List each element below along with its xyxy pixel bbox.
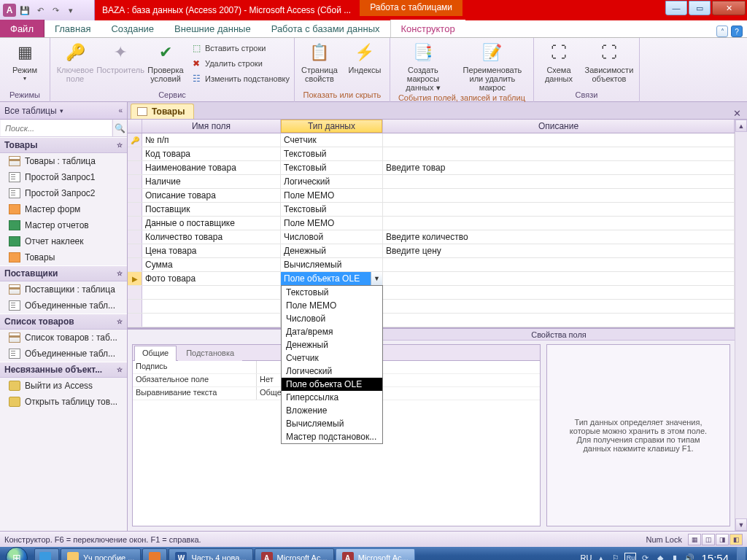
- taskbar-clock[interactable]: 15:54: [698, 552, 733, 561]
- cell-description[interactable]: [383, 272, 735, 285]
- grid-row[interactable]: ПоставщикТекстовый: [128, 203, 735, 217]
- grid-row-empty[interactable]: [128, 300, 735, 314]
- maximize-button[interactable]: ▭: [689, 1, 711, 15]
- grid-row[interactable]: Описание товараПоле МЕМО: [128, 189, 735, 203]
- dropdown-option[interactable]: Поле объекта OLE: [282, 378, 382, 391]
- property-sheet-button[interactable]: 📋Страница свойств: [299, 39, 340, 83]
- nav-item[interactable]: Объединенные табл...: [0, 346, 127, 362]
- relationships-button[interactable]: ⛶Схема данных: [538, 39, 579, 83]
- qat-customize-icon[interactable]: ▾: [64, 4, 77, 17]
- cell-description[interactable]: [383, 203, 735, 216]
- nav-item[interactable]: Мастер отчетов: [0, 217, 127, 233]
- pivot-view-icon[interactable]: ◫: [702, 534, 715, 545]
- design-view-icon[interactable]: ◧: [729, 534, 743, 545]
- col-header-data-type[interactable]: Тип данных: [281, 120, 383, 133]
- row-selector[interactable]: [128, 147, 142, 160]
- grid-row[interactable]: Цена товараДенежныйВведите цену: [128, 244, 735, 258]
- dropdown-option[interactable]: Вычисляемый: [282, 417, 382, 430]
- indexes-button[interactable]: ⚡Индексы: [344, 39, 385, 74]
- cell-field-name[interactable]: Поставщик: [142, 203, 281, 216]
- row-selector[interactable]: [128, 258, 142, 271]
- nav-group-header[interactable]: Поставщики☆: [0, 265, 127, 281]
- cell-field-name[interactable]: Сумма: [142, 258, 281, 271]
- cell-description[interactable]: Введите товар: [383, 161, 735, 174]
- redo-icon[interactable]: ↷: [49, 4, 62, 17]
- tab-database-tools[interactable]: Работа с базами данных: [261, 20, 390, 37]
- cell-data-type[interactable]: Денежный: [281, 244, 383, 257]
- row-selector[interactable]: [128, 175, 142, 188]
- cell-description[interactable]: [383, 258, 735, 271]
- undo-icon[interactable]: ↶: [34, 4, 47, 17]
- grid-row[interactable]: Данные о поставщикеПоле МЕМО: [128, 217, 735, 230]
- grid-row-empty[interactable]: [128, 314, 735, 327]
- row-selector[interactable]: [128, 161, 142, 174]
- nav-item[interactable]: Товары: [0, 249, 127, 265]
- cell-field-name[interactable]: Фото товара: [142, 272, 281, 285]
- taskbar-item[interactable]: AMicrosoft Ac...: [336, 548, 415, 560]
- dropdown-option[interactable]: Вложение: [282, 404, 382, 417]
- modify-lookups-button[interactable]: ☷Изменить подстановку: [190, 71, 290, 86]
- object-dependencies-button[interactable]: ⛶Зависимости объектов: [584, 39, 635, 83]
- cell-field-name[interactable]: Наименование товара: [142, 161, 281, 174]
- tray-network-icon[interactable]: ▮: [669, 553, 680, 561]
- cell-data-type[interactable]: Поле МЕМО: [281, 189, 383, 202]
- start-button[interactable]: ⊞: [0, 547, 34, 560]
- builder-button[interactable]: ✦Построитель: [100, 39, 141, 74]
- row-selector[interactable]: [128, 300, 142, 313]
- nav-item[interactable]: Простой Запрос1: [0, 169, 127, 185]
- scroll-up-icon[interactable]: ▲: [735, 120, 747, 132]
- help-icon[interactable]: ?: [731, 26, 743, 37]
- nav-group-header[interactable]: Товары☆: [0, 137, 127, 153]
- grid-row[interactable]: Наименование товараТекстовыйВведите това…: [128, 161, 735, 175]
- datasheet-view-icon[interactable]: ▦: [688, 534, 701, 545]
- save-icon[interactable]: 💾: [18, 4, 31, 17]
- tray-keyboard-icon[interactable]: Ru: [624, 553, 636, 561]
- cell-field-name[interactable]: Код товара: [142, 147, 281, 160]
- dropdown-option[interactable]: Гиперссылка: [282, 391, 382, 404]
- dropdown-option[interactable]: Дата/время: [282, 325, 382, 338]
- dropdown-arrow-icon[interactable]: ▼: [371, 272, 382, 285]
- nav-group-header[interactable]: Список товаров☆: [0, 314, 127, 330]
- grid-row[interactable]: НаличиеЛогический: [128, 175, 735, 189]
- cell-description[interactable]: Введите количество: [383, 230, 735, 244]
- row-selector[interactable]: [128, 286, 142, 299]
- dropdown-option[interactable]: Счетчик: [282, 351, 382, 365]
- tab-external-data[interactable]: Внешние данные: [164, 20, 261, 37]
- cell-data-type[interactable]: Поле объекта OLE▼: [281, 272, 383, 285]
- nav-item[interactable]: Открыть таблицу тов...: [0, 394, 127, 410]
- close-button[interactable]: ✕: [712, 1, 746, 15]
- tray-show-hidden-icon[interactable]: ▴: [595, 553, 606, 561]
- row-selector[interactable]: [128, 217, 142, 230]
- col-header-field-name[interactable]: Имя поля: [142, 120, 281, 133]
- grid-row[interactable]: Количество товараЧисловойВведите количес…: [128, 230, 735, 244]
- tab-home[interactable]: Главная: [44, 20, 101, 37]
- cell-data-type[interactable]: Логический: [281, 175, 383, 188]
- tray-antivirus-icon[interactable]: ◆: [654, 553, 665, 561]
- grid-row-empty[interactable]: [128, 286, 735, 300]
- nav-item[interactable]: Простой Запрос2: [0, 185, 127, 201]
- file-tab[interactable]: Файл: [0, 20, 44, 37]
- vertical-scrollbar[interactable]: ▲ ▼: [735, 120, 747, 531]
- create-data-macros-button[interactable]: 📑Создать макросы данных ▾: [395, 39, 452, 92]
- show-desktop-button[interactable]: [737, 547, 746, 560]
- nav-item[interactable]: Товары : таблица: [0, 153, 127, 169]
- nav-header[interactable]: Все таблицы ▾ «: [0, 102, 127, 120]
- row-selector[interactable]: 🔑: [128, 133, 142, 147]
- scroll-down-icon[interactable]: ▼: [735, 518, 747, 531]
- cell-description[interactable]: [383, 133, 735, 147]
- tab-create[interactable]: Создание: [101, 20, 164, 37]
- cell-description[interactable]: [383, 217, 735, 230]
- cell-field-name[interactable]: Наличие: [142, 175, 281, 188]
- cell-field-name[interactable]: Данные о поставщике: [142, 217, 281, 230]
- cell-description[interactable]: [383, 147, 735, 160]
- input-language[interactable]: RU: [581, 553, 592, 560]
- validation-button[interactable]: ✔Проверка условий: [145, 39, 186, 83]
- cell-data-type[interactable]: Текстовый: [281, 203, 383, 216]
- collapse-nav-icon[interactable]: «: [118, 106, 123, 114]
- row-selector[interactable]: ▶: [128, 272, 142, 285]
- tab-design[interactable]: Конструктор: [391, 20, 465, 37]
- dropdown-option[interactable]: Логический: [282, 365, 382, 378]
- primary-key-button[interactable]: 🔑Ключевое поле: [55, 39, 96, 83]
- taskbar-ie[interactable]: [34, 548, 59, 560]
- row-selector[interactable]: [128, 189, 142, 202]
